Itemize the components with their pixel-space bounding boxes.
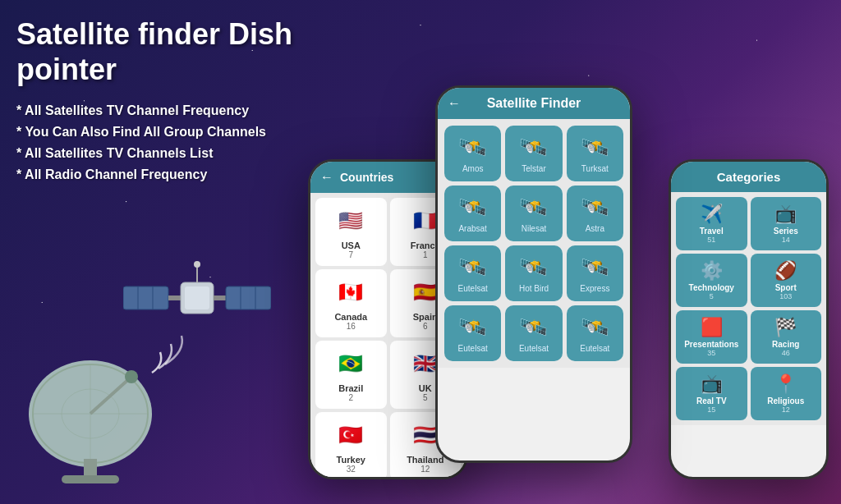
category-name: Series [774, 227, 798, 236]
category-item[interactable]: 🏈 Sport 103 [751, 254, 822, 307]
feature-item: * All Radio Channel Frequency [16, 167, 312, 182]
feature-list: * All Satellites TV Channel Frequency* Y… [16, 103, 312, 182]
category-name: Racing [772, 340, 799, 349]
svg-rect-12 [168, 296, 181, 300]
satellite-item[interactable]: 🛰️ Arabsat [444, 186, 501, 241]
categories-title: Categories [717, 170, 781, 184]
satellite-name: Eutelsat [580, 344, 609, 353]
svg-rect-8 [62, 475, 119, 483]
satellite-name: Turksat [581, 164, 609, 173]
category-name: Real TV [696, 396, 727, 405]
space-satellite [123, 258, 271, 356]
satellite-icon: 🛰️ [581, 194, 609, 221]
category-name: Presentations [684, 340, 738, 349]
satellite-item[interactable]: 🛰️ Express [567, 245, 623, 301]
satellite-icon: 🛰️ [519, 194, 548, 221]
country-item[interactable]: 🇨🇦 Canada 16 [315, 269, 387, 337]
country-name: Turkey [337, 455, 365, 465]
category-icon: 📺 [774, 204, 797, 225]
category-name: Technology [689, 283, 734, 292]
country-count: 1 [423, 250, 428, 259]
feature-item: * You Can Also Find All Group Channels [16, 125, 312, 140]
category-count: 46 [782, 349, 790, 357]
satellite-name: Astra [586, 224, 604, 233]
back-arrow-satellite-icon[interactable]: ← [448, 96, 461, 111]
svg-rect-14 [185, 286, 209, 309]
satellite-item[interactable]: 🛰️ Eutelsat [505, 305, 562, 361]
satellite-item[interactable]: 🛰️ Hot Bird [505, 245, 562, 301]
satellite-item[interactable]: 🛰️ Eutelsat [567, 305, 623, 361]
category-count: 35 [707, 349, 715, 357]
country-item[interactable]: 🇺🇸 USA 7 [315, 198, 387, 266]
country-count: 5 [423, 393, 428, 402]
country-count: 2 [348, 393, 353, 402]
category-name: Religious [767, 396, 804, 405]
left-section: Satellite finder Dish pointer * All Sate… [16, 16, 312, 189]
satellite-name: Nilesat [522, 224, 547, 233]
category-icon: 📺 [701, 373, 723, 395]
satellite-name: Eutelsat [458, 284, 488, 293]
svg-rect-15 [214, 296, 226, 300]
category-item[interactable]: 📍 Religious 12 [751, 367, 822, 420]
svg-rect-16 [226, 286, 271, 309]
app-title: Satellite finder Dish pointer [16, 16, 312, 87]
satellite-item[interactable]: 🛰️ Eutelsat [444, 305, 501, 361]
satellite-icon: 🛰️ [519, 134, 548, 161]
category-icon: 🏈 [774, 260, 797, 282]
country-flag: 🇹🇷 [334, 419, 367, 451]
categories-phone: Categories ✈️ Travel 51 📺 Series 14 ⚙️ T… [669, 159, 829, 479]
category-count: 103 [779, 292, 792, 300]
country-name: Thailand [407, 455, 443, 465]
category-icon: 🏁 [774, 317, 797, 338]
satellite-item[interactable]: 🛰️ Telstar [505, 126, 562, 181]
satellite-icon: 🛰️ [458, 314, 487, 341]
satellite-icon: 🛰️ [519, 314, 548, 341]
country-flag: 🇺🇸 [334, 204, 367, 237]
svg-rect-9 [123, 286, 168, 309]
feature-item: * All Satellites TV Channels List [16, 146, 312, 161]
satellite-icon: 🛰️ [458, 254, 487, 281]
category-item[interactable]: ✈️ Travel 51 [676, 197, 747, 250]
feature-item: * All Satellites TV Channel Frequency [16, 103, 312, 118]
category-item[interactable]: 🏁 Racing 46 [751, 310, 822, 364]
satellite-item[interactable]: 🛰️ Nilesat [505, 186, 562, 241]
satellite-name: Telstar [522, 164, 545, 173]
category-icon: 🟥 [701, 317, 723, 338]
svg-point-20 [194, 261, 200, 268]
satellite-icon: 🛰️ [581, 134, 609, 161]
satellite-item[interactable]: 🛰️ Astra [567, 186, 623, 241]
category-count: 51 [707, 236, 715, 244]
country-item[interactable]: 🇧🇷 Brazil 2 [315, 341, 387, 409]
countries-title: Countries [340, 171, 393, 184]
country-count: 6 [423, 322, 428, 331]
category-item[interactable]: 🟥 Presentations 35 [676, 310, 747, 364]
satellite-phone: ← Satellite Finder 🛰️ Amos 🛰️ Telstar 🛰️… [435, 85, 632, 463]
satellite-item[interactable]: 🛰️ Turksat [567, 126, 623, 181]
category-icon: 📍 [774, 373, 797, 395]
country-name: UK [419, 383, 432, 393]
satellite-name: Express [580, 284, 609, 293]
category-item[interactable]: 📺 Series 14 [751, 197, 822, 250]
svg-point-6 [125, 370, 138, 383]
category-item[interactable]: ⚙️ Technology 5 [676, 254, 747, 307]
category-item[interactable]: 📺 Real TV 15 [676, 367, 747, 420]
country-name: Spain [413, 312, 438, 322]
satellite-name: Eutelsat [458, 344, 488, 353]
satellite-item[interactable]: 🛰️ Eutelsat [444, 245, 501, 301]
satellite-icon: 🛰️ [581, 254, 609, 281]
category-name: Sport [775, 283, 797, 292]
satellite-item[interactable]: 🛰️ Amos [444, 126, 501, 181]
country-count: 16 [347, 322, 356, 331]
categories-phone-header: Categories [671, 162, 826, 192]
satellite-phone-header: ← Satellite Finder [438, 88, 630, 119]
categories-grid: ✈️ Travel 51 📺 Series 14 ⚙️ Technology 5… [671, 192, 826, 425]
country-flag: 🇨🇦 [334, 276, 367, 309]
category-count: 12 [782, 405, 790, 414]
category-count: 14 [782, 236, 790, 244]
category-count: 15 [707, 405, 715, 414]
country-flag: 🇧🇷 [334, 347, 367, 380]
satellite-name: Arabsat [458, 224, 486, 233]
back-arrow-icon[interactable]: ← [320, 170, 333, 185]
country-count: 7 [348, 250, 353, 259]
country-item[interactable]: 🇹🇷 Turkey 32 [315, 412, 387, 479]
